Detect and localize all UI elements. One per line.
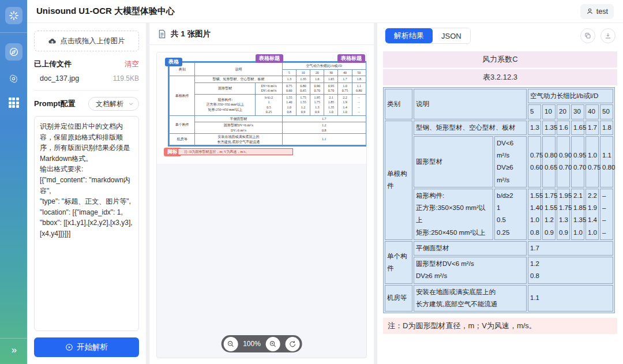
table-cell: – – – – (600, 189, 613, 240)
table-cell: 1.1 (528, 285, 613, 312)
table-cell: 圆形型材DV<6 m²/s DV≥6 m²/s (414, 257, 527, 284)
table-cell: 2.2 1.9 1.4 1.0 (586, 189, 599, 240)
image-canvas[interactable]: 表格 表格标题 表格标题 类别说明空气动力长细比l/b或l/D510203040… (156, 52, 367, 358)
table-cell: 10 (542, 104, 556, 119)
table-cell: 箱形构件: 正方形:350×350 mm²以上 矩形:250×450 mm²以上 (195, 94, 256, 115)
table-cell: 0.95 0.70 (571, 136, 584, 187)
zoom-out-button[interactable] (223, 337, 238, 351)
table-cell: 单个构件 (385, 241, 412, 284)
result-content[interactable]: 风力系数C 表3.2.12.3 类别说明空气动力长细比l/b或l/D510203… (377, 48, 623, 364)
table-cell: 1.8 (600, 121, 613, 135)
document-icon (158, 29, 166, 39)
uploaded-files-title: 已上传文件 (34, 59, 72, 69)
logo-icon[interactable] (5, 7, 22, 24)
reset-icon (289, 340, 297, 348)
collapse-sidebar-button[interactable]: » (7, 342, 20, 358)
table-cell: DV<6 m²/s DV≥6 m²/s (494, 136, 527, 187)
table-cell: 1.35 (296, 76, 310, 83)
zoom-level-label: 100% (243, 340, 261, 348)
tab-json[interactable]: JSON (433, 28, 470, 43)
table-cell: 2.1 1.85 1.35 1.0 (571, 189, 584, 240)
table-cell: 单根构件 (385, 121, 412, 240)
table-cell: 单根构件 (170, 76, 195, 116)
start-parse-button[interactable]: 开始解析 (34, 337, 139, 357)
zoom-in-button[interactable] (266, 337, 280, 351)
table-cell: 说明 (414, 89, 527, 119)
table-cell: 40 (338, 69, 352, 76)
table-cell: 安装在地面或满实底层上的 长方建筑,底部空气不能流通 (414, 285, 527, 312)
table-cell: 1.6 (557, 121, 570, 135)
play-circle-icon (65, 343, 73, 351)
table-cell: 0.75 0.60 (528, 136, 541, 187)
table-cell: 1.2 0.8 (528, 257, 613, 284)
result-tabs: 解析结果 JSON (385, 28, 471, 44)
table-cell: 0.95 0.70 (324, 82, 338, 94)
user-icon (586, 7, 594, 15)
main-area: 点击或拖入上传图片 已上传文件 清空 doc_137.jpg 119.5KB P… (27, 23, 623, 364)
table-cell: 0.90 0.70 (310, 82, 324, 94)
table-cell: 圆形型材 (414, 136, 493, 187)
file-size: 119.5KB (113, 74, 139, 82)
result-table: 类别说明空气动力长细比l/b或l/D51020304050单根构件型钢、矩形型材… (383, 87, 615, 313)
table-cell: 50 (600, 104, 613, 119)
table-cell: 30 (324, 69, 338, 76)
table-cell: 1.65 (571, 121, 584, 135)
table-cell: 50 (352, 69, 366, 76)
user-menu[interactable]: test (580, 4, 614, 19)
table-cell: 1.1 0.80 (600, 136, 613, 187)
image-count-label: 共 1 张图片 (171, 29, 211, 39)
tab-parse-result[interactable]: 解析结果 (385, 28, 433, 43)
prompt-textarea[interactable] (34, 116, 139, 331)
document-image[interactable]: 表格 表格标题 表格标题 类别说明空气动力长细比l/b或l/D510203040… (157, 52, 366, 164)
copy-button[interactable] (580, 28, 595, 43)
zoom-in-icon (269, 340, 277, 348)
table-annotation-box: 表格 表格标题 表格标题 类别说明空气动力长细比l/b或l/D510203040… (168, 61, 367, 147)
table-cell: 1.7 (586, 121, 599, 135)
table-cell: 1.75 1.55 1.2 0.9 (542, 189, 556, 240)
table-cell: 1.1 (282, 134, 366, 145)
prompt-config-label: Prompt配置 (34, 99, 76, 109)
preview-panel: 共 1 张图片 表格 表格标题 表格标题 类别说明空气动力长细比l/b或 (149, 23, 374, 364)
sidebar-item-explore[interactable] (5, 43, 22, 61)
table-cell: 1.3 (282, 76, 296, 83)
copy-icon (584, 32, 591, 39)
footnote-annotation-box: 注: D为圆形型材直径，m; V为风速，m/s。 (178, 148, 293, 155)
table-cell: 安装在地面或满实底层上的 长方建筑,底部空气不能流通 (195, 134, 282, 145)
table-cell: 空气动力长细比l/b或l/D (282, 63, 366, 70)
table-cell: 平侧面型材 (414, 241, 527, 256)
table-cell: 1.7 (338, 76, 352, 83)
table-cell: 1.1 0.80 (352, 82, 366, 94)
grid-icon (9, 97, 19, 108)
gear-icon (9, 74, 18, 84)
uploaded-file-row[interactable]: doc_137.jpg 119.5KB (34, 74, 139, 82)
table-cell: 1.8 (352, 76, 366, 83)
prompt-mode-select[interactable]: 文档解析 (88, 97, 139, 111)
table-annotation-badge: 表格 (165, 58, 182, 66)
sidebar-item-settings[interactable] (7, 72, 20, 85)
download-button[interactable] (601, 28, 616, 43)
table-cell: 1.95 1.75 1.3 0.9 (557, 189, 570, 240)
footnote-annotation: 脚标注: D为圆形型材直径，m; V为风速，m/s。 (164, 148, 293, 157)
table-cell: 平侧面型材 (195, 115, 282, 122)
sidebar-item-apps[interactable] (7, 96, 20, 109)
upload-dropzone[interactable]: 点击或拖入上传图片 (34, 31, 139, 51)
upload-panel: 点击或拖入上传图片 已上传文件 清空 doc_137.jpg 119.5KB P… (27, 23, 146, 364)
table-cell: 5 (282, 69, 296, 76)
table-cell: 机房等 (385, 285, 412, 312)
table-cell: 0.75 0.60 (282, 82, 296, 94)
download-icon (605, 32, 611, 39)
table-cell: b/d≥2 1 0.5 0.25 (256, 94, 282, 115)
table-cell: 0.80 0.65 (542, 136, 556, 187)
table-cell: 5 (528, 104, 541, 119)
clear-files-button[interactable]: 清空 (125, 59, 139, 69)
table-cell: 10 (296, 69, 310, 76)
table-cell: 型钢、矩形型材、空心型材、板材 (195, 76, 282, 83)
table-cell: 1.7 (282, 115, 366, 122)
table-cell: 空气动力长细比l/b或l/D (528, 89, 613, 103)
sidebar-divider (0, 338, 27, 339)
result-table-title: 风力系数C (383, 51, 617, 67)
reset-view-button[interactable] (286, 337, 300, 351)
table-cell: 2.1 1.85 1.35 1.0 (324, 94, 338, 115)
spark-icon (9, 10, 19, 21)
table-cell: 机房等 (170, 134, 195, 145)
